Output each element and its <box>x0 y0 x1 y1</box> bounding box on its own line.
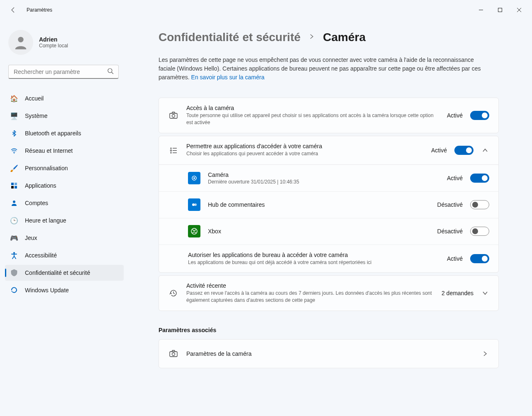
related-settings-heading: Paramètres associés <box>159 327 499 333</box>
toggle-status: Activé <box>447 112 463 119</box>
apps-icon <box>10 181 18 190</box>
app-row-xbox: Xbox Désactivé <box>159 218 498 245</box>
svg-rect-8 <box>11 183 14 185</box>
sidebar-item-time[interactable]: 🕒Heure et langue <box>5 213 124 228</box>
expand-button[interactable] <box>481 290 489 296</box>
camera-access-card: Accès à la caméra Toute personne qui uti… <box>159 98 499 133</box>
avatar <box>8 30 33 55</box>
search-input[interactable] <box>8 65 119 79</box>
app-icon-camera <box>188 172 200 184</box>
close-button[interactable] <box>510 3 529 17</box>
sidebar-item-label: Réseau et Internet <box>25 147 73 154</box>
recent-activity-card[interactable]: Activité récente Passez en revue l'accès… <box>159 275 499 311</box>
allow-apps-toggle[interactable] <box>454 146 473 155</box>
profile-name: Adrien <box>39 36 68 43</box>
svg-rect-18 <box>171 150 172 151</box>
breadcrumb-current: Caméra <box>323 31 366 44</box>
svg-rect-14 <box>170 113 177 118</box>
breadcrumb: Confidentialité et sécurité Caméra <box>159 31 499 44</box>
home-icon: 🏠 <box>10 94 18 103</box>
svg-rect-9 <box>15 183 17 185</box>
sidebar-item-update: Windows Update <box>5 282 124 298</box>
sidebar-item-privacy[interactable]: Confidentialité et sécurité <box>5 265 124 281</box>
svg-rect-11 <box>15 186 17 188</box>
app-camera-toggle[interactable] <box>470 174 489 183</box>
sidebar-item-label: Jeux <box>25 235 37 241</box>
accounts-icon <box>10 199 18 207</box>
accessibility-icon <box>10 251 18 259</box>
minimize-button[interactable] <box>471 3 491 17</box>
sidebar-item-label: Heure et langue <box>25 217 66 224</box>
maximize-button[interactable] <box>491 3 510 17</box>
collapse-button[interactable] <box>481 147 489 153</box>
svg-point-20 <box>171 152 172 153</box>
learn-more-link[interactable]: En savoir plus sur la caméra <box>191 74 265 81</box>
sidebar-item-accessibility[interactable]: Accessibilité <box>5 247 124 263</box>
card-title: Accès à la caméra <box>186 105 439 111</box>
sidebar-item-personalization[interactable]: 🖌️Personnalisation <box>5 160 124 176</box>
card-title: Paramètres de la caméra <box>186 350 473 357</box>
card-subtitle: Choisir les applications qui peuvent acc… <box>186 150 424 157</box>
sidebar-item-accounts[interactable]: Comptes <box>5 195 124 211</box>
sidebar-item-bluetooth[interactable]: Bluetooth et appareils <box>5 125 124 141</box>
app-xbox-toggle[interactable] <box>470 227 489 236</box>
svg-rect-10 <box>11 186 14 188</box>
toggle-status: Désactivé <box>437 228 463 235</box>
sidebar-item-apps[interactable]: Applications <box>5 178 124 193</box>
breadcrumb-parent[interactable]: Confidentialité et sécurité <box>159 31 300 44</box>
intro-text: Les paramètres de cette page ne vous emp… <box>159 56 486 82</box>
app-feedback-toggle[interactable] <box>470 200 489 209</box>
sidebar-item-label: Windows Update <box>25 287 69 294</box>
svg-rect-27 <box>170 352 177 357</box>
app-icon-feedback <box>188 198 200 211</box>
app-title: Xbox <box>208 228 430 235</box>
back-button[interactable] <box>7 3 20 17</box>
list-icon <box>168 146 179 154</box>
profile-block[interactable]: Adrien Compte local <box>3 25 124 65</box>
app-row-camera: Caméra Dernière ouverture 31/01/2025 | 1… <box>159 165 498 191</box>
desktop-apps-row: Autoriser les applications de bureau à a… <box>159 245 498 273</box>
card-title: Autoriser les applications de bureau à a… <box>188 252 439 258</box>
svg-point-7 <box>14 153 15 154</box>
sidebar-item-label: Comptes <box>25 200 48 206</box>
titlebar: Paramètres <box>0 0 532 20</box>
titlebar-title: Paramètres <box>27 7 52 13</box>
svg-point-23 <box>193 177 195 179</box>
toggle-status: Activé <box>447 175 463 181</box>
sidebar-item-home[interactable]: 🏠Accueil <box>5 91 124 106</box>
card-title: Activité récente <box>186 282 434 289</box>
brush-icon: 🖌️ <box>10 164 18 172</box>
sidebar-item-label: Confidentialité et sécurité <box>25 269 90 276</box>
sidebar: Adrien Compte local 🏠Accueil 🖥️Système B… <box>0 20 129 416</box>
svg-point-15 <box>172 114 175 117</box>
shield-icon <box>10 269 18 277</box>
camera-access-toggle[interactable] <box>470 111 489 120</box>
toggle-status: Activé <box>431 147 447 154</box>
sidebar-item-network[interactable]: Réseau et Internet <box>5 143 124 159</box>
sidebar-item-gaming[interactable]: 🎮Jeux <box>5 230 124 246</box>
toggle-status: Désactivé <box>437 201 463 208</box>
svg-rect-1 <box>498 8 502 12</box>
svg-point-26 <box>191 228 197 234</box>
system-icon: 🖥️ <box>10 112 18 120</box>
wifi-icon <box>10 147 18 155</box>
chevron-right-icon <box>481 351 489 357</box>
update-icon <box>10 286 18 294</box>
desktop-apps-toggle[interactable] <box>470 254 489 263</box>
camera-icon <box>168 111 179 120</box>
sidebar-item-system[interactable]: 🖥️Système <box>5 108 124 124</box>
sidebar-item-label: Bluetooth et appareils <box>25 130 81 137</box>
sidebar-item-label: Système <box>25 113 47 119</box>
svg-point-4 <box>18 37 23 42</box>
clock-icon: 🕒 <box>10 216 18 225</box>
sidebar-nav: 🏠Accueil 🖥️Système Bluetooth et appareil… <box>3 91 124 298</box>
sidebar-item-label: Accueil <box>25 95 44 102</box>
app-row-feedback: Hub de commentaires Désactivé <box>159 191 498 218</box>
svg-point-16 <box>171 147 172 149</box>
card-subtitle: Passez en revue l'accès à la caméra au c… <box>186 290 434 304</box>
camera-settings-card[interactable]: Paramètres de la caméra <box>159 339 499 368</box>
toggle-status: Activé <box>447 255 463 262</box>
allow-apps-card: Permettre aux applications d'accéder à v… <box>159 136 499 273</box>
svg-point-25 <box>194 203 197 206</box>
svg-point-28 <box>172 352 175 355</box>
